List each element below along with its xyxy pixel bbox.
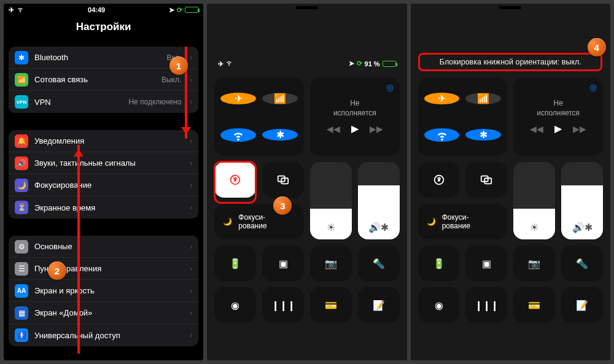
screen-record-button[interactable]: ◉ [214,287,256,323]
play-icon[interactable]: ▶ [351,123,359,134]
media-tile[interactable]: ◎ Не исполняется ◀◀ ▶ ▶▶ [310,77,400,156]
row-sounds[interactable]: 🔊 Звуки, тактильные сигналы › [9,152,198,174]
moon-icon: 🌙 [223,217,232,226]
grabber-handle[interactable] [296,6,318,9]
location-icon: ➤ [349,60,354,68]
flashlight-button[interactable]: 🔦 [358,246,400,281]
airplane-mode-button[interactable]: ✈ [424,93,460,104]
airplane-icon: ✈ [9,6,14,14]
chevron-right-icon: › [190,159,192,168]
row-display[interactable]: AA Экран и яркость › [9,280,198,302]
volume-slider[interactable]: 🔊✱ [358,162,400,239]
chevron-right-icon: › [190,242,192,251]
volume-bt-icon: 🔊✱ [561,222,603,233]
qr-scan-button[interactable]: ▣ [262,246,304,281]
bell-icon: 🔔 [15,134,28,148]
hourglass-icon: ⏳ [15,201,28,214]
row-control-center[interactable]: ☰ Пункт управления › [9,258,198,280]
qr-scan-button[interactable]: ▣ [465,246,507,281]
row-label: Сотовая связь [34,75,155,84]
flashlight-button[interactable]: 🔦 [561,246,603,281]
brightness-slider[interactable]: ☀ [310,162,352,239]
row-label: Уведомления [34,136,181,145]
vpn-icon: VPN [15,95,28,109]
moon-icon: 🌙 [427,217,436,226]
row-notifications[interactable]: 🔔 Уведомления › [9,130,198,152]
cellular-button[interactable]: 📶 [465,93,501,104]
media-title: Не исполняется [333,99,376,118]
row-vpn[interactable]: VPN VPN Не подключено › [9,91,198,113]
notes-button[interactable]: 📝 [561,287,603,323]
volume-slider[interactable]: 🔊✱ [561,162,603,239]
phone-cc-unlocked: Блокировка книжной ориентации: выкл. ✈ 📶… [411,4,610,360]
status-banner: Блокировка книжной ориентации: выкл. [419,58,602,66]
sync-icon: ⟳ [177,6,182,14]
airplay-icon[interactable]: ◎ [386,82,394,92]
connectivity-tile[interactable]: ✈ 📶 ✱ [418,77,508,156]
gear-icon: ⚙ [15,240,28,254]
low-power-button[interactable]: 🔋 [418,246,460,281]
row-cellular[interactable]: 📶 Сотовая связь Выкл. › [9,69,198,91]
moon-icon: 🌙 [15,179,28,192]
prev-icon[interactable]: ◀◀ [530,124,543,134]
camera-button[interactable]: 📷 [513,246,555,281]
wallet-button[interactable]: 💳 [513,287,555,323]
phone-cc-locked: ✈ ➤ ⟳ 91 % ✈ 📶 ✱ ◎ [207,4,406,360]
low-power-button[interactable]: 🔋 [214,246,256,281]
bluetooth-button[interactable]: ✱ [465,129,501,141]
connectivity-tile[interactable]: ✈ 📶 ✱ [214,77,304,156]
screen-mirroring-button[interactable] [465,162,507,198]
row-label: Экран и яркость [34,286,181,295]
chevron-right-icon: › [190,181,192,190]
status-time: 04:49 [88,6,105,14]
screen-mirroring-button[interactable] [262,162,304,198]
location-icon: ➤ [169,6,174,14]
row-home[interactable]: ▦ Экран «Домой» › [9,302,198,324]
row-label: Звуки, тактильные сигналы [34,158,181,168]
next-icon[interactable]: ▶▶ [573,124,586,134]
focus-label: Фокуси- рование [442,213,470,231]
bluetooth-button[interactable]: ✱ [262,129,298,141]
row-detail: Не подключено [128,98,181,106]
airplane-mode-button[interactable]: ✈ [220,93,256,104]
chevron-right-icon: › [190,98,192,106]
settings-group-connectivity: ✱ Bluetooth Вкл. › 📶 Сотовая связь Выкл.… [9,47,198,113]
wifi-button[interactable] [220,128,256,142]
wifi-icon [17,6,24,14]
airplay-icon[interactable]: ◎ [589,82,597,92]
rotation-lock-button[interactable] [418,162,460,198]
wallet-button[interactable]: 💳 [310,287,352,323]
media-title: Не исполняется [537,99,580,118]
wifi-button[interactable] [424,128,460,142]
focus-button[interactable]: 🌙 Фокуси- рование [418,204,508,239]
voice-memo-button[interactable]: ❙❙❙ [465,287,507,323]
step-badge-2: 2 [48,261,66,280]
wifi-icon [225,60,233,68]
status-bar: ✈ 04:49 ➤ ⟳ [4,4,203,16]
accessibility-icon: 🚹 [15,328,28,342]
row-label: Универсальный доступ [34,331,181,340]
chevron-right-icon: › [190,287,192,295]
row-screentime[interactable]: ⏳ Экранное время › [9,196,198,219]
display-icon: AA [15,284,28,298]
screen-record-button[interactable]: ◉ [418,287,460,323]
row-accessibility[interactable]: 🚹 Универсальный доступ › [9,324,198,346]
rotation-lock-button[interactable] [214,162,256,198]
chevron-right-icon: › [190,53,192,62]
row-general[interactable]: ⚙ Основные › [9,236,198,258]
grabber-handle[interactable] [499,6,521,9]
settings-group-general: ⚙ Основные › ☰ Пункт управления › AA Экр… [9,236,198,346]
bluetooth-icon: ✱ [15,51,28,64]
battery-pct: 91 % [365,60,380,68]
play-icon[interactable]: ▶ [554,123,562,134]
voice-memo-button[interactable]: ❙❙❙ [262,287,304,323]
chevron-right-icon: › [190,265,192,273]
prev-icon[interactable]: ◀◀ [327,124,340,134]
media-tile[interactable]: ◎ Не исполняется ◀◀ ▶ ▶▶ [513,77,603,156]
brightness-slider[interactable]: ☀ [513,162,555,239]
row-focus[interactable]: 🌙 Фокусирование › [9,174,198,196]
notes-button[interactable]: 📝 [358,287,400,323]
cellular-button[interactable]: 📶 [262,93,298,104]
camera-button[interactable]: 📷 [310,246,352,281]
next-icon[interactable]: ▶▶ [370,124,383,134]
